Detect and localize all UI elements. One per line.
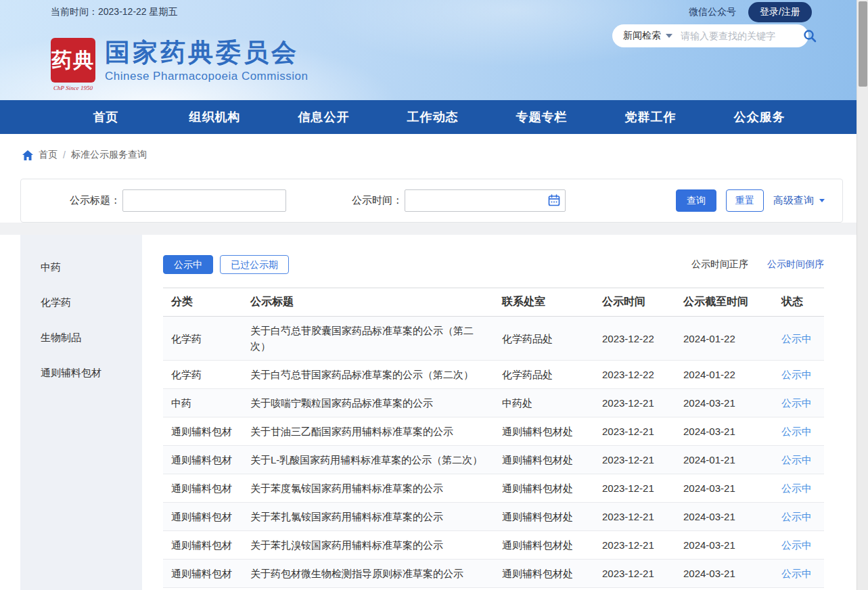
- vertical-scrollbar[interactable]: [856, 0, 868, 590]
- cell-department: 通则辅料包材处: [494, 446, 594, 474]
- header-banner: 当前时间：2023-12-22 星期五 微信公众号 登录/注册 药典 ChP S…: [0, 0, 856, 100]
- table-row: 化学药 关于氨苄西林钠国家药品标准草案的公示 化学药品处 2023-12-20 …: [163, 588, 824, 590]
- col-department: 联系处室: [494, 288, 594, 317]
- filter-title-input[interactable]: [122, 189, 286, 212]
- tab-in-publicity[interactable]: 公示中: [163, 255, 213, 274]
- cell-title-link[interactable]: 关于苯度氯铵国家药用辅料标准草案的公示: [242, 474, 494, 503]
- nav-item-home[interactable]: 首页: [51, 100, 160, 134]
- login-register-button[interactable]: 登录/注册: [748, 2, 812, 22]
- cell-end-date: 2024-03-21: [675, 417, 773, 446]
- cell-department: 化学药品处: [494, 317, 594, 361]
- main-navigation: 首页 组织机构 信息公开 工作动态 专题专栏 党群工作 公众服务: [0, 100, 856, 134]
- chevron-down-icon: [666, 34, 672, 38]
- publicity-table: 分类 公示标题 联系处室 公示时间 公示截至时间 状态 化学药 关于白芍总苷胶囊…: [163, 288, 824, 590]
- cell-status-link[interactable]: 公示中: [773, 417, 824, 446]
- sidebar-item-chemical-drugs[interactable]: 化学药: [20, 285, 142, 320]
- nav-item-special-topics[interactable]: 专题专栏: [487, 100, 596, 134]
- cell-department: 化学药品处: [494, 588, 594, 590]
- cell-category: 通则辅料包材: [163, 503, 242, 531]
- header-search-input[interactable]: [681, 30, 803, 41]
- cell-start-date: 2023-12-21: [594, 389, 675, 417]
- cell-status-link[interactable]: 公示中: [773, 446, 824, 474]
- nav-item-party-work[interactable]: 党群工作: [596, 100, 705, 134]
- col-start-date: 公示时间: [594, 288, 675, 317]
- sort-descending-link[interactable]: 公示时间倒序: [767, 258, 824, 271]
- cell-status-link[interactable]: 公示中: [773, 389, 824, 417]
- table-row: 通则辅料包材 关于苯扎氯铵国家药用辅料标准草案的公示 通则辅料包材处 2023-…: [163, 503, 824, 531]
- top-bar: 当前时间：2023-12-22 星期五 微信公众号 登录/注册: [0, 0, 856, 24]
- filter-date-input[interactable]: [405, 189, 566, 212]
- cell-title-link[interactable]: 关于咳喘宁颗粒国家药品标准草案的公示: [242, 389, 494, 417]
- cell-start-date: 2023-12-22: [594, 361, 675, 389]
- cell-title-link[interactable]: 关于苯扎氯铵国家药用辅料标准草案的公示: [242, 503, 494, 531]
- cell-status-link[interactable]: 公示中: [773, 560, 824, 588]
- cell-title-link[interactable]: 关于氨苄西林钠国家药品标准草案的公示: [242, 588, 494, 590]
- reset-button[interactable]: 重置: [726, 189, 764, 212]
- cell-status-link[interactable]: 公示中: [773, 531, 824, 560]
- breadcrumb: 首页 / 标准公示服务查询: [0, 134, 856, 179]
- cell-title-link[interactable]: 关于白芍总苷国家药品标准草案的公示（第二次）: [242, 361, 494, 389]
- cell-start-date: 2023-12-21: [594, 417, 675, 446]
- cell-title-link[interactable]: 关于甘油三乙酯国家药用辅料标准草案的公示: [242, 417, 494, 446]
- chp-seal-logo: 药典: [51, 38, 95, 83]
- sidebar-item-general-excipients[interactable]: 通则辅料包材: [20, 355, 142, 390]
- search-category-select[interactable]: 新闻检索: [623, 30, 672, 42]
- table-row: 通则辅料包材 关于L-乳酸国家药用辅料标准草案的公示（第二次） 通则辅料包材处 …: [163, 446, 824, 474]
- col-category: 分类: [163, 288, 242, 317]
- col-end-date: 公示截至时间: [675, 288, 773, 317]
- cell-start-date: 2023-12-21: [594, 503, 675, 531]
- cell-end-date: 2024-01-22: [675, 361, 773, 389]
- seal-caption: ChP Since 1950: [51, 85, 95, 91]
- home-icon: [22, 150, 33, 160]
- cell-end-date: 2024-03-21: [675, 474, 773, 503]
- filter-time-label: 公示时间：: [340, 194, 403, 207]
- table-row: 化学药 关于白芍总苷国家药品标准草案的公示（第二次） 化学药品处 2023-12…: [163, 361, 824, 389]
- cell-status-link[interactable]: 公示中: [773, 317, 824, 361]
- date-picker-button[interactable]: [548, 194, 560, 206]
- cell-end-date: 2024-01-22: [675, 317, 773, 361]
- filter-panel: 公示标题： 公示时间： 查询 重置 高级查询: [20, 179, 843, 223]
- cell-title-link[interactable]: 关于白芍总苷胶囊国家药品标准草案的公示（第二次）: [242, 317, 494, 361]
- nav-item-public-service[interactable]: 公众服务: [705, 100, 814, 134]
- cell-department: 通则辅料包材处: [494, 474, 594, 503]
- cell-end-date: 2024-01-21: [675, 446, 773, 474]
- cell-status-link[interactable]: 公示中: [773, 474, 824, 503]
- section-divider: [0, 223, 856, 235]
- search-button[interactable]: [803, 29, 817, 43]
- cell-status-link[interactable]: 公示中: [773, 503, 824, 531]
- search-category-label: 新闻检索: [623, 30, 661, 42]
- cell-category: 中药: [163, 389, 242, 417]
- table-row: 通则辅料包材 关于药包材微生物检测指导原则标准草案的公示 通则辅料包材处 202…: [163, 560, 824, 588]
- nav-item-info-disclosure[interactable]: 信息公开: [269, 100, 378, 134]
- cell-end-date: 2024-03-21: [675, 560, 773, 588]
- nav-item-work-updates[interactable]: 工作动态: [378, 100, 487, 134]
- cell-category: 化学药: [163, 317, 242, 361]
- wechat-link[interactable]: 微信公众号: [689, 6, 736, 18]
- query-button[interactable]: 查询: [676, 189, 716, 212]
- table-header-row: 分类 公示标题 联系处室 公示时间 公示截至时间 状态: [163, 288, 824, 317]
- content-area: 中药 化学药 生物制品 通则辅料包材 公示中 已过公示期 公示时间正序 公示时间…: [0, 235, 856, 590]
- breadcrumb-home-icon-link[interactable]: [22, 150, 33, 160]
- col-status: 状态: [773, 288, 824, 317]
- cell-start-date: 2023-12-21: [594, 474, 675, 503]
- filter-title-label: 公示标题：: [58, 194, 120, 207]
- table-row: 中药 关于咳喘宁颗粒国家药品标准草案的公示 中药处 2023-12-21 202…: [163, 389, 824, 417]
- chevron-down-icon: [819, 199, 825, 202]
- breadcrumb-current: 标准公示服务查询: [71, 149, 147, 161]
- cell-title-link[interactable]: 关于苯扎溴铵国家药用辅料标准草案的公示: [242, 531, 494, 560]
- search-icon: [803, 29, 817, 43]
- sidebar-item-tcm[interactable]: 中药: [20, 250, 142, 285]
- breadcrumb-home-label[interactable]: 首页: [39, 149, 58, 161]
- cell-title-link[interactable]: 关于药包材微生物检测指导原则标准草案的公示: [242, 560, 494, 588]
- sort-ascending-link[interactable]: 公示时间正序: [691, 258, 748, 271]
- advanced-search-toggle[interactable]: 高级查询: [773, 194, 825, 207]
- advanced-search-label: 高级查询: [773, 194, 814, 207]
- cell-category: 通则辅料包材: [163, 417, 242, 446]
- cell-status-link[interactable]: 公示中: [773, 361, 824, 389]
- tab-expired-publicity[interactable]: 已过公示期: [220, 255, 289, 274]
- scrollbar-thumb[interactable]: [859, 1, 867, 87]
- nav-item-organization[interactable]: 组织机构: [160, 100, 269, 134]
- cell-status-link[interactable]: 公示中: [773, 588, 824, 590]
- sidebar-item-biologics[interactable]: 生物制品: [20, 320, 142, 355]
- cell-title-link[interactable]: 关于L-乳酸国家药用辅料标准草案的公示（第二次）: [242, 446, 494, 474]
